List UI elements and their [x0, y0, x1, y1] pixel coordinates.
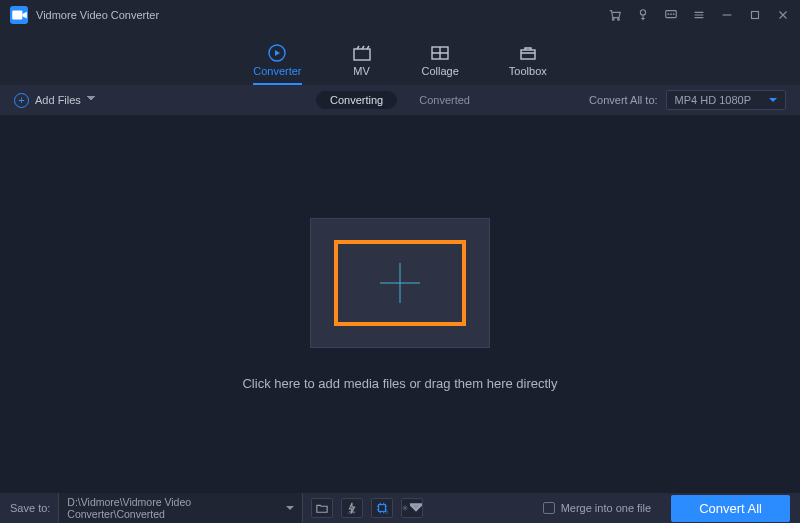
svg-point-3 [640, 10, 645, 15]
svg-rect-0 [12, 11, 22, 20]
dropzone-hint: Click here to add media files or drag th… [242, 376, 557, 391]
bottom-bar: Save to: D:\Vidmore\Vidmore Video Conver… [0, 493, 800, 523]
tab-label: Converter [253, 65, 301, 77]
main-nav: Converter MV Collage Toolbox [0, 30, 800, 85]
svg-rect-11 [379, 505, 386, 512]
merge-label: Merge into one file [561, 502, 652, 514]
plus-circle-icon: + [14, 93, 29, 108]
chevron-down-icon [87, 96, 95, 104]
tab-label: MV [353, 65, 370, 77]
close-icon[interactable] [776, 8, 790, 22]
app-title: Vidmore Video Converter [36, 9, 159, 21]
svg-rect-5 [752, 12, 759, 19]
save-path-value: D:\Vidmore\Vidmore Video Converter\Conve… [67, 496, 286, 520]
tab-label: Collage [422, 65, 459, 77]
add-files-label: Add Files [35, 94, 81, 106]
format-value: MP4 HD 1080P [675, 94, 751, 106]
dropzone-highlight [334, 240, 466, 326]
tab-mv[interactable]: MV [352, 45, 372, 85]
plus-icon [380, 263, 420, 303]
titlebar: Vidmore Video Converter [0, 0, 800, 30]
sub-toolbar: + Add Files Converting Converted Convert… [0, 85, 800, 115]
converter-icon [267, 45, 287, 61]
tab-converter[interactable]: Converter [253, 45, 301, 85]
save-to-label: Save to: [10, 502, 50, 514]
add-media-dropzone[interactable] [310, 218, 490, 348]
svg-point-2 [618, 19, 620, 21]
window-controls [608, 8, 790, 22]
maximize-icon[interactable] [748, 8, 762, 22]
high-speed-toggle[interactable]: OFF [341, 498, 363, 518]
minimize-icon[interactable] [720, 8, 734, 22]
gpu-accel-toggle[interactable]: ON [371, 498, 393, 518]
svg-text:ON: ON [386, 511, 389, 514]
tab-converted[interactable]: Converted [405, 91, 484, 109]
chevron-down-icon [286, 506, 294, 511]
toolbox-icon [518, 45, 538, 61]
svg-point-1 [612, 19, 614, 21]
tab-converting[interactable]: Converting [316, 91, 397, 109]
merge-checkbox[interactable]: Merge into one file [543, 502, 652, 514]
tab-collage[interactable]: Collage [422, 45, 459, 85]
menu-icon[interactable] [692, 8, 706, 22]
settings-button[interactable] [401, 498, 423, 518]
convert-all-button[interactable]: Convert All [671, 495, 790, 522]
svg-rect-9 [521, 50, 535, 59]
svg-rect-7 [354, 49, 370, 60]
app-logo-icon [10, 6, 28, 24]
collage-icon [430, 45, 450, 61]
add-files-button[interactable]: + Add Files [14, 93, 95, 108]
tab-toolbox[interactable]: Toolbox [509, 45, 547, 85]
chevron-down-icon [410, 502, 422, 514]
svg-point-13 [405, 507, 407, 509]
main-area: Click here to add media files or drag th… [0, 115, 800, 493]
mv-icon [352, 45, 372, 61]
key-icon[interactable] [636, 8, 650, 22]
chevron-down-icon [769, 98, 777, 103]
cart-icon[interactable] [608, 8, 622, 22]
svg-text:OFF: OFF [349, 511, 356, 514]
tab-label: Toolbox [509, 65, 547, 77]
output-format-select[interactable]: MP4 HD 1080P [666, 90, 786, 110]
feedback-icon[interactable] [664, 8, 678, 22]
checkbox-icon [543, 502, 555, 514]
open-folder-button[interactable] [311, 498, 333, 518]
save-path-select[interactable]: D:\Vidmore\Vidmore Video Converter\Conve… [58, 492, 303, 523]
convert-all-to-label: Convert All to: [589, 94, 657, 106]
